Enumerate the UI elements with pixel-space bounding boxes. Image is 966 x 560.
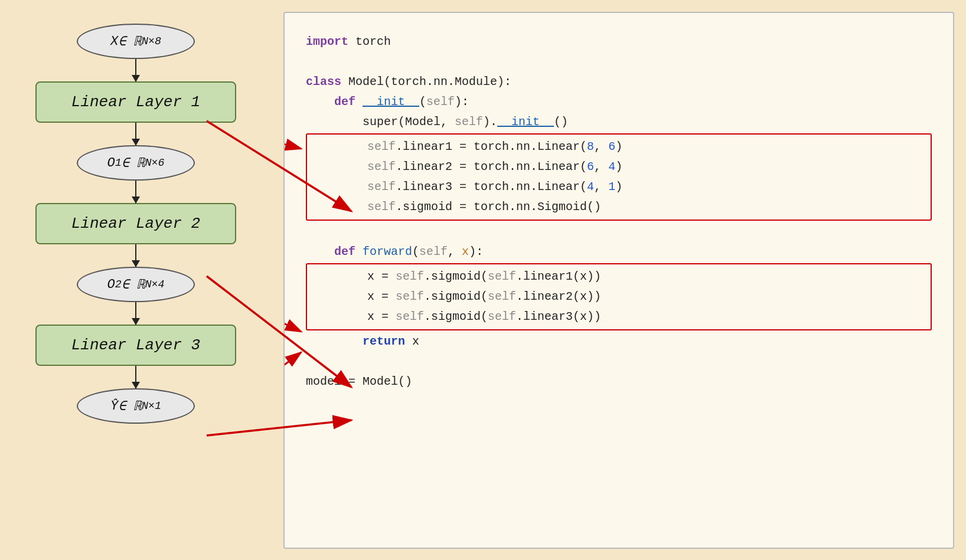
code-blank1 xyxy=(306,52,932,72)
output2-node: O2 ∈ ℝN×4 xyxy=(77,267,195,302)
svg-line-1 xyxy=(285,119,301,149)
code-linear2-init: self.linear2 = torch.nn.Linear(6, 4) xyxy=(311,157,927,177)
linear-layer-3: Linear Layer 3 xyxy=(35,325,236,366)
arrow-5 xyxy=(135,302,136,325)
code-init-def: def __init__(self): xyxy=(306,92,932,112)
flowchart: X ∈ ℝN×8 Linear Layer 1 O1 ∈ ℝN×6 Linear… xyxy=(12,12,260,424)
code-return: return x xyxy=(306,332,932,352)
code-blank2 xyxy=(306,222,932,242)
arrow-3 xyxy=(135,181,136,203)
output3-node: Ŷ ∈ ℝN×1 xyxy=(77,388,195,424)
arrow-1 xyxy=(135,59,136,81)
input-node: X ∈ ℝN×8 xyxy=(77,24,195,59)
code-forward-line3: x = self.sigmoid(self.linear3(x)) xyxy=(311,307,927,327)
linear-layer-1: Linear Layer 1 xyxy=(35,81,236,123)
code-linear1-init: self.linear1 = torch.nn.Linear(8, 6) xyxy=(311,137,927,157)
code-import: import torch xyxy=(306,32,932,52)
code-model-instantiate: model = Model() xyxy=(306,372,932,392)
svg-line-2 xyxy=(285,279,301,332)
code-panel: import torch class Model(torch.nn.Module… xyxy=(283,12,954,549)
code-forward-def: def forward(self, x): xyxy=(306,242,932,262)
arrow-2 xyxy=(135,123,136,145)
arrow-4 xyxy=(135,244,136,267)
code-linear3-init: self.linear3 = torch.nn.Linear(4, 1) xyxy=(311,177,927,197)
code-blank3 xyxy=(306,352,932,372)
code-sigmoid-init: self.sigmoid = torch.nn.Sigmoid() xyxy=(311,197,927,217)
init-highlight-box: self.linear1 = torch.nn.Linear(8, 6) sel… xyxy=(306,133,932,221)
code-class: class Model(torch.nn.Module): xyxy=(306,72,932,92)
code-forward-line2: x = self.sigmoid(self.linear2(x)) xyxy=(311,287,927,307)
svg-line-3 xyxy=(285,352,301,435)
code-super: super(Model, self).__init__() xyxy=(306,112,932,132)
code-forward-line1: x = self.sigmoid(self.linear1(x)) xyxy=(311,267,927,287)
linear-layer-2: Linear Layer 2 xyxy=(35,203,236,244)
main-container: X ∈ ℝN×8 Linear Layer 1 O1 ∈ ℝN×6 Linear… xyxy=(12,12,954,548)
arrow-6 xyxy=(135,366,136,388)
output1-node: O1 ∈ ℝN×6 xyxy=(77,145,195,181)
forward-highlight-box: x = self.sigmoid(self.linear1(x)) x = se… xyxy=(306,263,932,330)
